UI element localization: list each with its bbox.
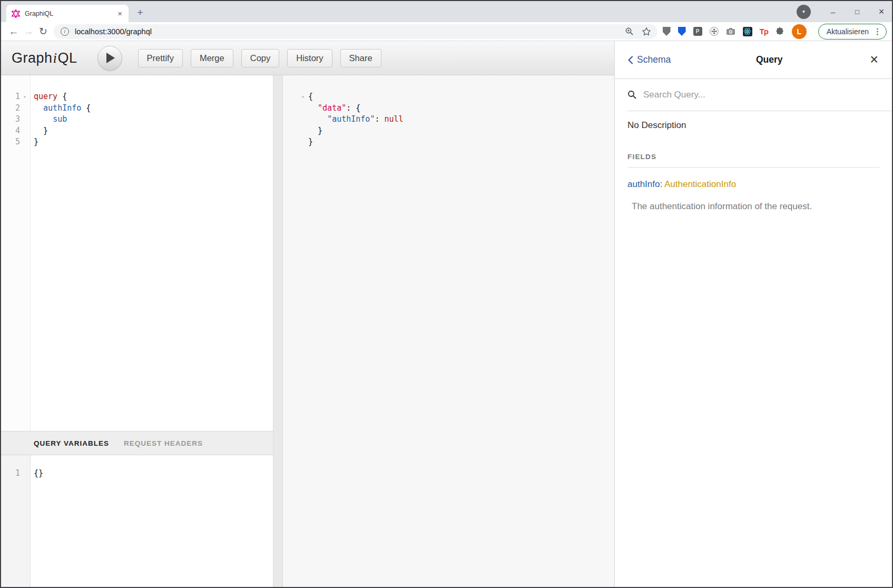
merge-button[interactable]: Merge [191, 49, 233, 67]
page-info-icon[interactable]: i [61, 27, 69, 36]
doc-content: No Description FIELDS authInfo: Authenti… [615, 111, 892, 587]
field-entry: authInfo: AuthenticationInfo [627, 179, 879, 190]
code-line: 2 authInfo { [1, 103, 273, 114]
extensions-row: P Tp L [663, 24, 807, 39]
query-editor[interactable]: 1▾query {2 authInfo {3 sub4 }5} [1, 75, 273, 431]
fold-marker-icon [20, 125, 30, 137]
chevron-left-icon [627, 56, 633, 64]
fold-marker-icon [20, 103, 30, 114]
browser-toolbar: ← → ↻ i localhost:3000/graphql P [1, 22, 892, 41]
tp-extension-icon[interactable]: Tp [760, 27, 768, 36]
type-name-link[interactable]: AuthenticationInfo [664, 179, 736, 189]
code-line: 1{} [1, 468, 273, 479]
url-text[interactable]: localhost:3000/graphql [75, 27, 625, 36]
bitwarden-shield-icon[interactable] [678, 27, 686, 36]
doc-search-bar[interactable] [627, 79, 892, 111]
fold-marker-icon [298, 114, 308, 125]
tab-title: GraphiQL [25, 10, 115, 17]
share-button[interactable]: Share [340, 49, 381, 67]
field-name-link[interactable]: authInfo [627, 179, 660, 189]
zoom-icon[interactable] [625, 27, 634, 36]
play-icon [106, 53, 115, 63]
graphiql-page: GraphiQL Prettify Merge Copy History Sha… [1, 41, 892, 587]
fold-marker-icon [20, 136, 30, 148]
bookmark-star-icon[interactable] [642, 27, 651, 36]
pill-menu-icon[interactable]: ⋮ [874, 27, 881, 36]
variables-titlebar: QUERY VARIABLES REQUEST HEADERS [1, 431, 273, 455]
reload-button[interactable]: ↻ [36, 25, 51, 37]
search-icon [627, 90, 637, 100]
update-extension-button[interactable]: Aktualisieren ⋮ [818, 24, 887, 40]
copy-button[interactable]: Copy [241, 49, 280, 67]
fold-marker-icon[interactable]: ▾ [20, 91, 30, 103]
fold-marker-icon [20, 114, 30, 125]
ublock-shield-icon[interactable] [663, 27, 671, 36]
tab-close-icon[interactable]: × [115, 9, 124, 18]
graphql-favicon-icon [12, 9, 20, 18]
graphiql-topbar: GraphiQL Prettify Merge Copy History Sha… [1, 41, 614, 75]
address-bar[interactable]: i localhost:3000/graphql [54, 24, 658, 39]
doc-back-link[interactable]: Schema [627, 54, 671, 65]
forward-button: → [21, 26, 36, 37]
profile-avatar[interactable]: L [792, 24, 807, 39]
query-pane: 1▾query {2 authInfo {3 sub4 }5} QUERY VA… [1, 75, 273, 587]
pane-resize-handle[interactable] [273, 75, 283, 587]
window-maximize-button[interactable]: □ [851, 8, 863, 16]
tab-request-headers[interactable]: REQUEST HEADERS [124, 439, 203, 447]
execute-query-button[interactable] [97, 46, 122, 71]
doc-title: Query [671, 54, 868, 65]
history-button[interactable]: History [287, 49, 332, 67]
prettify-button[interactable]: Prettify [138, 49, 183, 67]
fold-marker-icon [298, 125, 308, 137]
fold-marker-icon [298, 103, 308, 114]
doc-explorer-header: Schema Query × [615, 41, 892, 79]
window-close-button[interactable]: × [875, 6, 888, 17]
tab-search-button[interactable]: ▼ [797, 5, 811, 19]
browser-window: GraphiQL × + ▼ – □ × ← → ↻ i localhost:3… [0, 0, 893, 588]
doc-search-input[interactable] [643, 90, 892, 100]
move-tool-icon[interactable] [710, 27, 719, 36]
graphiql-logo: GraphiQL [12, 50, 77, 66]
code-line: } [298, 125, 614, 137]
fields-category-title: FIELDS [627, 153, 879, 168]
code-line: } [298, 136, 614, 148]
code-line: "data": { [298, 103, 614, 114]
window-minimize-button[interactable]: – [827, 7, 839, 16]
field-description: The authentication information of the re… [627, 201, 879, 212]
tab-strip: GraphiQL × + ▼ – □ × [1, 1, 892, 22]
p-badge-icon[interactable]: P [693, 27, 702, 36]
type-description: No Description [627, 120, 879, 131]
doc-close-icon[interactable]: × [868, 53, 880, 67]
result-viewer: ▾{ "data": { "authInfo": null }} [283, 75, 614, 587]
code-line: 1▾query { [1, 91, 273, 103]
new-tab-button[interactable]: + [133, 5, 148, 20]
fold-marker-icon [20, 468, 30, 479]
fold-marker-icon[interactable]: ▾ [298, 91, 308, 103]
fold-marker-icon [298, 136, 308, 148]
doc-explorer: Schema Query × No Description FIELDS aut… [614, 41, 892, 587]
code-line: 3 sub [1, 114, 273, 125]
react-devtools-icon[interactable] [743, 27, 752, 36]
back-button[interactable]: ← [6, 26, 21, 37]
code-line: 4 } [1, 125, 273, 137]
tab-query-variables[interactable]: QUERY VARIABLES [34, 439, 109, 447]
browser-tab-graphiql[interactable]: GraphiQL × [6, 5, 129, 22]
extensions-puzzle-icon[interactable] [776, 27, 784, 36]
code-line: "authInfo": null [298, 114, 614, 125]
variables-editor[interactable]: 1{} [1, 455, 273, 587]
camera-icon[interactable] [726, 27, 735, 35]
code-line: 5} [1, 136, 273, 148]
code-line: ▾{ [298, 91, 614, 103]
